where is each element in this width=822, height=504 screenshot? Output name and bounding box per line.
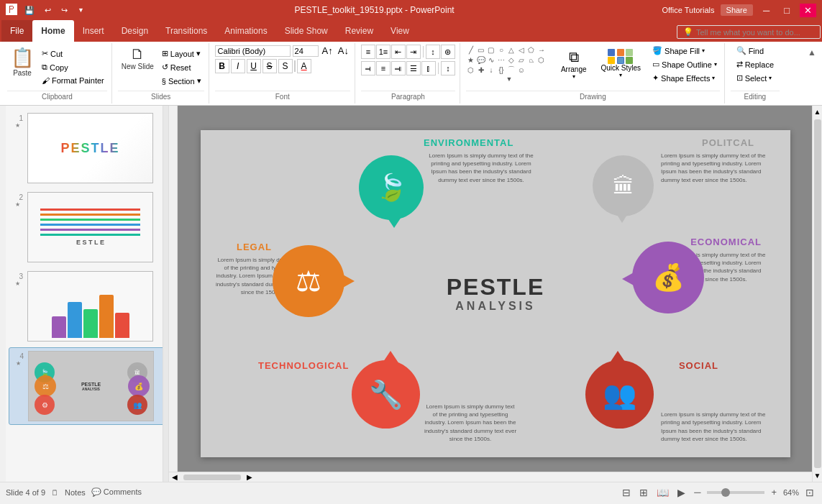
close-button[interactable]: ✕ [800, 4, 816, 17]
tab-home[interactable]: Home [32, 20, 73, 42]
font-size-input[interactable] [293, 45, 319, 57]
scroll-h-thumb[interactable] [183, 475, 241, 480]
cut-button[interactable]: ✂ Cut [39, 47, 107, 60]
shape-effects-dropdown[interactable]: ▾ [712, 75, 715, 81]
quick-styles-button[interactable]: Quick Styles ▾ [595, 45, 647, 83]
font-name-input[interactable] [215, 45, 291, 57]
office-tutorials-link[interactable]: Office Tutorials [662, 6, 714, 14]
shape-cross[interactable]: ✚ [476, 65, 486, 75]
shape-rect[interactable]: ▭ [476, 45, 486, 55]
tab-slideshow[interactable]: Slide Show [276, 20, 337, 42]
italic-button[interactable]: I [231, 59, 245, 73]
numbering-button[interactable]: 1≡ [376, 45, 391, 59]
customize-qat-btn[interactable]: ▼ [75, 5, 87, 15]
shape-callout[interactable]: 💬 [476, 55, 486, 65]
text-shadow-button[interactable]: S [278, 59, 293, 73]
shape-diamond[interactable]: ◇ [506, 55, 516, 65]
shape-trapezoid[interactable]: ⏢ [526, 55, 536, 65]
shape-line[interactable]: ╱ [466, 45, 476, 55]
slide-sorter-btn[interactable]: ⊞ [637, 485, 650, 500]
convert-to-smartart-button[interactable]: ⊛ [441, 45, 455, 59]
canvas-bottom-scrollbar[interactable]: ◀ ▶ [169, 472, 812, 482]
slide-thumb-3[interactable]: 3 ★ [9, 268, 165, 344]
align-left-button[interactable]: ⫤ [361, 61, 375, 75]
scroll-up-arrow[interactable]: ▲ [812, 106, 822, 118]
align-center-button[interactable]: ≡ [376, 61, 391, 75]
reset-button[interactable]: ↺ Reset [159, 61, 204, 73]
tell-me-box[interactable]: 💡 Tell me what you want to do... [677, 25, 821, 39]
font-color-button[interactable]: A [297, 59, 311, 73]
increase-font-btn[interactable]: A↑ [321, 45, 334, 57]
shape-oval[interactable]: ○ [496, 45, 506, 55]
decrease-indent-button[interactable]: ⇤ [391, 45, 406, 59]
slideshow-view-btn[interactable]: ▶ [675, 485, 688, 500]
shape-effects-button[interactable]: ✦ Shape Effects ▾ [649, 72, 720, 84]
shape-star[interactable]: ★ [466, 55, 476, 65]
scroll-right-arrow[interactable]: ▶ [244, 472, 255, 482]
columns-button[interactable]: ⫿ [421, 61, 436, 75]
shape-curve[interactable]: ∿ [486, 55, 496, 65]
bullets-button[interactable]: ≡ [361, 45, 375, 59]
minimize-button[interactable]: ─ [759, 4, 774, 17]
tab-view[interactable]: View [382, 20, 418, 42]
shape-round-rect[interactable]: ▢ [486, 45, 496, 55]
shape-brace[interactable]: ⌒ [506, 65, 516, 75]
new-slide-button[interactable]: 🗋 New Slide [118, 45, 157, 73]
paste-button[interactable]: 📋 Paste [7, 45, 37, 79]
copy-button[interactable]: ⧉ Copy [39, 61, 107, 73]
shape-fill-dropdown[interactable]: ▾ [702, 47, 705, 54]
shape-hexagon[interactable]: ⬡ [536, 55, 547, 65]
comments-button[interactable]: 💬 Comments [91, 487, 142, 497]
slide-thumb-1[interactable]: 1 ★ PESTLE [9, 110, 165, 186]
notes-button[interactable]: Notes [65, 488, 86, 497]
tab-transitions[interactable]: Transitions [157, 20, 216, 42]
shape-rtriangle[interactable]: ◁ [516, 45, 526, 55]
vertical-scroll-bar[interactable] [163, 106, 168, 482]
tab-review[interactable]: Review [337, 20, 382, 42]
scroll-down-arrow[interactable]: ▼ [812, 469, 822, 482]
tab-insert[interactable]: Insert [74, 20, 113, 42]
share-button[interactable]: Share [721, 4, 753, 16]
shape-parallelogram[interactable]: ▱ [516, 55, 526, 65]
normal-view-btn[interactable]: ⊟ [620, 485, 633, 500]
shape-octagon[interactable]: ⬡ [466, 65, 476, 75]
undo-qat-btn[interactable]: ↩ [42, 4, 54, 17]
justify-button[interactable]: ☰ [406, 61, 421, 75]
save-qat-btn[interactable]: 💾 [22, 4, 37, 17]
zoom-out-btn[interactable]: ─ [692, 487, 703, 498]
redo-qat-btn[interactable]: ↪ [58, 4, 70, 17]
text-direction-button[interactable]: ↕ [426, 45, 440, 59]
format-painter-button[interactable]: 🖌 Format Painter [39, 75, 107, 86]
maximize-button[interactable]: □ [780, 4, 794, 17]
strikethrough-button[interactable]: S [262, 59, 277, 73]
align-right-button[interactable]: ⫥ [391, 61, 406, 75]
slide-thumb-2[interactable]: 2 ★ E S T L E [9, 189, 165, 265]
increase-indent-button[interactable]: ⇥ [406, 45, 421, 59]
bold-button[interactable]: B [215, 59, 229, 73]
select-button[interactable]: ⊡ Select ▾ [734, 72, 777, 84]
shapes-scroll-down[interactable]: ▼ [466, 75, 552, 83]
arrange-button[interactable]: ⧉ Arrange ▾ [555, 45, 593, 84]
zoom-in-btn[interactable]: + [769, 487, 779, 498]
zoom-slider[interactable] [707, 491, 764, 494]
slides-scroll[interactable]: 1 ★ PESTLE 2 ★ [6, 106, 168, 482]
replace-button[interactable]: ⇄ Replace [734, 58, 777, 70]
canvas-right-scrollbar[interactable]: ▲ ▼ [812, 106, 822, 482]
reading-view-btn[interactable]: 📖 [654, 485, 671, 500]
scroll-thumb[interactable] [814, 119, 821, 468]
section-button[interactable]: § Section ▾ [159, 75, 204, 87]
shape-outline-dropdown[interactable]: ▾ [714, 61, 717, 68]
shape-bracket[interactable]: {} [496, 65, 506, 75]
find-button[interactable]: 🔍 Find [734, 45, 777, 57]
shape-smiley[interactable]: ☺ [516, 65, 526, 75]
tab-file[interactable]: File [1, 20, 32, 42]
select-dropdown[interactable]: ▾ [769, 75, 772, 81]
scroll-left-arrow[interactable]: ◀ [169, 472, 181, 482]
tab-animations[interactable]: Animations [216, 20, 275, 42]
line-spacing-button[interactable]: ↕ [441, 61, 455, 75]
shape-outline-button[interactable]: ▭ Shape Outline ▾ [649, 58, 720, 70]
slide-thumb-4[interactable]: 4 ★ PESTLE ANALYSIS 🍃 🏛 ⚖ 💰 ⚙ [9, 347, 165, 425]
shape-arrow[interactable]: → [536, 45, 547, 55]
decrease-font-btn[interactable]: A↓ [337, 45, 350, 57]
layout-button[interactable]: ⊞ Layout ▾ [159, 47, 204, 60]
